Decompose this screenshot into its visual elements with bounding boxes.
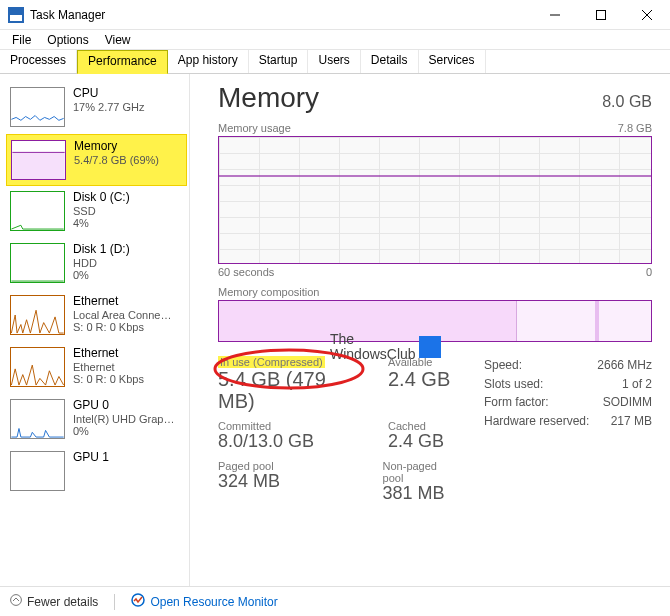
tab-processes[interactable]: Processes — [0, 50, 77, 73]
memory-panel: Memory 8.0 GB Memory usage 7.8 GB 60 sec… — [190, 74, 670, 586]
sidebar-item-ethernet-2[interactable]: EthernetEthernetS: 0 R: 0 Kbps — [6, 342, 187, 394]
sidebar-item-gpu1[interactable]: GPU 1 — [6, 446, 187, 498]
svg-rect-1 — [597, 10, 606, 19]
cached-value: 2.4 GB — [388, 432, 444, 452]
bottom-bar: Fewer details Open Resource Monitor — [0, 586, 670, 616]
sidebar-item-memory[interactable]: Memory5.4/7.8 GB (69%) — [6, 134, 187, 186]
eth2-thumb — [10, 347, 65, 387]
maximize-button[interactable] — [578, 0, 624, 29]
performance-sidebar: CPU17% 2.77 GHz Memory5.4/7.8 GB (69%) D… — [0, 74, 190, 586]
svg-point-9 — [132, 594, 144, 606]
nonpaged-value: 381 MB — [383, 484, 458, 504]
panel-title: Memory — [218, 82, 319, 114]
usage-label: Memory usage — [218, 122, 291, 134]
nonpaged-label: Non-paged pool — [383, 460, 458, 484]
in-use-label: In use (Compressed) — [218, 356, 325, 368]
tab-app-history[interactable]: App history — [168, 50, 249, 73]
available-label: Available — [388, 356, 450, 368]
app-icon — [8, 7, 24, 23]
tab-users[interactable]: Users — [308, 50, 360, 73]
paged-value: 324 MB — [218, 472, 363, 492]
menu-options[interactable]: Options — [39, 32, 96, 48]
svg-rect-4 — [12, 152, 64, 179]
open-resource-monitor-link[interactable]: Open Resource Monitor — [131, 593, 277, 610]
close-button[interactable] — [624, 0, 670, 29]
gpu0-thumb — [10, 399, 65, 439]
tab-details[interactable]: Details — [361, 50, 419, 73]
minimize-button[interactable] — [532, 0, 578, 29]
svg-point-8 — [11, 595, 22, 606]
resource-monitor-icon — [131, 593, 145, 610]
paged-label: Paged pool — [218, 460, 363, 472]
menu-bar: File Options View — [0, 30, 670, 50]
sidebar-item-cpu[interactable]: CPU17% 2.77 GHz — [6, 82, 187, 134]
sidebar-item-ethernet-1[interactable]: EthernetLocal Area Conne…S: 0 R: 0 Kbps — [6, 290, 187, 342]
in-use-value: 5.4 GB (479 MB) — [218, 368, 368, 412]
sidebar-item-disk1[interactable]: Disk 1 (D:)HDD0% — [6, 238, 187, 290]
tab-services[interactable]: Services — [419, 50, 486, 73]
usage-max: 7.8 GB — [618, 122, 652, 134]
disk0-thumb — [10, 191, 65, 231]
menu-view[interactable]: View — [97, 32, 139, 48]
sidebar-item-gpu0[interactable]: GPU 0Intel(R) UHD Grap…0% — [6, 394, 187, 446]
memory-composition-bar[interactable] — [218, 300, 652, 342]
fewer-details-button[interactable]: Fewer details — [10, 594, 98, 609]
tab-performance[interactable]: Performance — [77, 50, 168, 74]
tab-strip: Processes Performance App history Startu… — [0, 50, 670, 74]
divider — [114, 594, 115, 610]
tab-startup[interactable]: Startup — [249, 50, 309, 73]
menu-file[interactable]: File — [4, 32, 39, 48]
gpu1-thumb — [10, 451, 65, 491]
x-axis-left: 60 seconds — [218, 266, 274, 278]
eth1-thumb — [10, 295, 65, 335]
window-title: Task Manager — [30, 8, 105, 22]
memory-spec-list: Speed:2666 MHz Slots used:1 of 2 Form fa… — [484, 356, 652, 512]
disk1-thumb — [10, 243, 65, 283]
sidebar-item-disk0[interactable]: Disk 0 (C:)SSD4% — [6, 186, 187, 238]
panel-total: 8.0 GB — [602, 93, 652, 111]
available-value: 2.4 GB — [388, 368, 450, 390]
memory-usage-chart[interactable] — [218, 136, 652, 264]
chevron-up-icon — [10, 594, 22, 609]
x-axis-right: 0 — [646, 266, 652, 278]
window-titlebar: Task Manager — [0, 0, 670, 30]
committed-value: 8.0/13.0 GB — [218, 432, 368, 452]
cpu-thumb — [10, 87, 65, 127]
composition-label: Memory composition — [218, 286, 319, 298]
memory-thumb — [11, 140, 66, 180]
